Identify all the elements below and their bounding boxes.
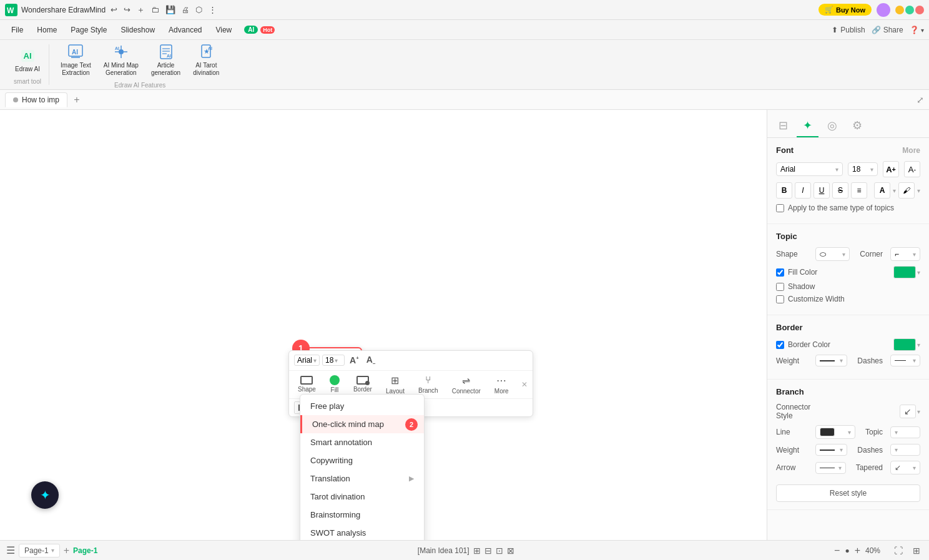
menu-advanced[interactable]: Advanced xyxy=(162,23,208,37)
border-color-swatch[interactable] xyxy=(893,338,916,351)
tapered-select[interactable]: ↙ ▾ xyxy=(890,461,920,474)
connector-style-arrow[interactable]: ▾ xyxy=(917,408,920,415)
corner-select[interactable]: ⌐ ▾ xyxy=(890,247,920,261)
font-family-select[interactable]: Arial ▾ xyxy=(776,162,843,176)
strikethrough-panel-btn[interactable]: S xyxy=(832,182,848,199)
font-size-smaller-btn[interactable]: A- xyxy=(904,161,920,177)
ai-tarot-tool[interactable]: ★AI AI Tarotdivination xyxy=(189,41,223,79)
save-btn[interactable]: 💾 xyxy=(164,5,177,14)
italic-panel-btn[interactable]: I xyxy=(795,182,811,199)
tab-add-button[interactable]: + xyxy=(70,93,84,107)
panel-tab-location[interactable]: ◎ xyxy=(821,115,843,137)
page-add-button[interactable]: + xyxy=(64,545,69,556)
ctx-free-play[interactable]: Free play xyxy=(300,397,424,415)
layout-icon-1[interactable]: ⊞ xyxy=(473,546,481,556)
print-btn[interactable]: 🖨 xyxy=(180,6,190,14)
share-button[interactable]: 🔗 Share xyxy=(872,26,903,34)
new-btn[interactable]: ＋ xyxy=(135,4,146,16)
redo-btn[interactable]: ↪ xyxy=(122,5,132,14)
connector-style-select[interactable]: ↙ xyxy=(900,405,916,418)
arrow-select[interactable]: ▾ xyxy=(815,462,846,474)
font-size-decrease[interactable]: A− xyxy=(364,353,378,368)
font-more[interactable]: More xyxy=(902,146,920,155)
font-size-selector[interactable]: 18 ▾ xyxy=(322,355,345,366)
border-color-checkbox[interactable] xyxy=(776,341,784,349)
layout-icon-3[interactable]: ⊡ xyxy=(496,546,503,556)
font-selector[interactable]: Arial ▾ xyxy=(294,355,320,366)
menu-ai[interactable]: AI Hot xyxy=(239,23,280,36)
fit-page-button[interactable]: ⛶ xyxy=(892,544,905,557)
font-size-select[interactable]: 18 ▾ xyxy=(848,162,878,176)
dashes-select[interactable]: ▾ xyxy=(890,355,920,366)
border-tool[interactable]: Border xyxy=(350,375,376,394)
connector-tool[interactable]: ⇌ Connector xyxy=(448,373,484,396)
border-color-arrow[interactable]: ▾ xyxy=(917,341,920,348)
ctx-one-click-mindmap[interactable]: One-click mind map 2 xyxy=(300,415,424,433)
bold-panel-btn[interactable]: B xyxy=(776,182,792,199)
more-tool[interactable]: ⋯ More xyxy=(491,373,513,396)
sidebar-toggle[interactable]: ☰ xyxy=(6,544,15,556)
font-size-bigger-btn[interactable]: A+ xyxy=(883,161,899,177)
toolbar-close-icon[interactable]: ✕ xyxy=(521,380,528,389)
ctx-translation[interactable]: Translation ▶ xyxy=(300,469,424,488)
menu-view[interactable]: View xyxy=(209,23,238,37)
ctx-brainstorming[interactable]: Brainstorming xyxy=(300,506,424,524)
ctx-tarot[interactable]: Tarot divination xyxy=(300,488,424,506)
panel-tab-view[interactable]: ⊟ xyxy=(772,115,794,137)
window-close[interactable] xyxy=(915,6,924,14)
undo-btn[interactable]: ↩ xyxy=(109,5,119,14)
zoom-plus-button[interactable]: + xyxy=(855,545,860,556)
hexagon-btn[interactable]: ⬡ xyxy=(194,5,204,14)
topic-select[interactable]: ▾ xyxy=(890,426,920,438)
layout-icon-4[interactable]: ⊠ xyxy=(507,546,514,556)
more-btn[interactable]: ⋮ xyxy=(207,5,218,14)
open-btn[interactable]: 🗀 xyxy=(150,5,160,14)
image-text-extraction-tool[interactable]: AI Image TextExtraction xyxy=(57,41,95,79)
align-panel-btn[interactable]: ≡ xyxy=(851,182,867,199)
window-maximize[interactable] xyxy=(905,6,914,14)
edraw-ai-tool[interactable]: AI Edraw AI xyxy=(11,44,44,76)
custom-width-checkbox[interactable] xyxy=(776,295,784,303)
shadow-checkbox[interactable] xyxy=(776,283,784,291)
tab-how-to-imp[interactable]: How to imp xyxy=(5,92,67,107)
ai-mindmap-tool[interactable]: AI AI Mind MapGeneration xyxy=(100,41,142,79)
menu-page-style[interactable]: Page Style xyxy=(64,23,113,37)
fill-tool[interactable]: Fill xyxy=(326,374,343,395)
shape-tool[interactable]: Shape xyxy=(294,375,320,394)
user-avatar[interactable] xyxy=(877,3,890,17)
layout-tool[interactable]: ⊞ Layout xyxy=(382,373,408,396)
font-color-panel-btn[interactable]: A xyxy=(874,182,890,199)
reset-style-button[interactable]: Reset style xyxy=(776,484,920,502)
weight-select[interactable]: ▾ xyxy=(815,355,847,366)
fill-color-checkbox[interactable] xyxy=(776,268,784,277)
article-generation-tool[interactable]: AI Articlegeneration xyxy=(147,41,184,79)
brush-panel-btn[interactable]: 🖌 xyxy=(898,182,915,199)
help-button[interactable]: ❓ ▾ xyxy=(910,26,924,34)
buy-now-button[interactable]: 🛒 Buy Now xyxy=(818,4,872,16)
split-view-button[interactable]: ⊞ xyxy=(910,544,923,557)
branch-tool[interactable]: ⑂ Branch xyxy=(415,373,442,395)
ctx-smart-annotation[interactable]: Smart annotation xyxy=(300,433,424,451)
publish-button[interactable]: ⬆ Publish xyxy=(832,26,865,34)
apply-same-checkbox[interactable] xyxy=(776,204,784,212)
fill-color-arrow[interactable]: ▾ xyxy=(917,269,920,276)
layout-icon-2[interactable]: ⊟ xyxy=(484,546,492,556)
line-select[interactable]: ▾ xyxy=(815,425,855,439)
menu-file[interactable]: File xyxy=(5,23,29,37)
zoom-minus-button[interactable]: − xyxy=(834,545,840,556)
page-tab[interactable]: Page-1 ▾ xyxy=(19,544,60,558)
canvas[interactable]: Arial ▾ 18 ▾ A+ A− Shape Fill xyxy=(0,110,767,540)
panel-tab-ai[interactable]: ✦ xyxy=(797,115,818,137)
shape-select[interactable]: ⬭ ▾ xyxy=(815,247,850,261)
menu-home[interactable]: Home xyxy=(31,23,63,37)
branch-weight-select[interactable]: ▾ xyxy=(815,444,847,456)
ai-chat-button[interactable]: ✦ xyxy=(31,481,59,509)
ctx-swot[interactable]: SWOT analysis xyxy=(300,524,424,540)
font-size-increase[interactable]: A+ xyxy=(347,354,361,366)
window-minimize[interactable] xyxy=(895,6,904,14)
fill-color-swatch[interactable] xyxy=(893,266,916,278)
ctx-copywriting[interactable]: Copywriting xyxy=(300,451,424,469)
menu-slideshow[interactable]: Slideshow xyxy=(114,23,161,37)
underline-panel-btn[interactable]: U xyxy=(813,182,830,199)
panel-tab-settings[interactable]: ⚙ xyxy=(846,115,868,137)
